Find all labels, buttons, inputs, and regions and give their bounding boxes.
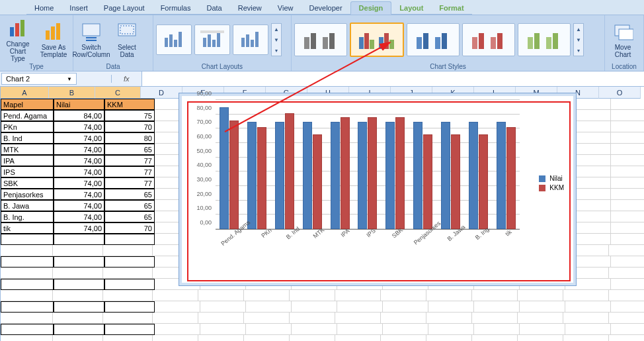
col-header-b[interactable]: B bbox=[49, 87, 95, 99]
cell[interactable] bbox=[381, 335, 426, 341]
cell[interactable] bbox=[1, 234, 54, 245]
cell[interactable] bbox=[611, 132, 644, 144]
cell[interactable] bbox=[337, 301, 383, 313]
cell[interactable]: 74,00 bbox=[54, 211, 104, 222]
cell[interactable]: Mapel bbox=[1, 99, 54, 110]
chart-style-1[interactable] bbox=[294, 23, 347, 56]
tab-data[interactable]: Data bbox=[198, 2, 229, 15]
cell[interactable]: 77 bbox=[104, 177, 155, 189]
cell[interactable] bbox=[474, 301, 520, 313]
cell[interactable] bbox=[246, 301, 292, 313]
cell[interactable]: 77 bbox=[104, 166, 155, 177]
cell[interactable] bbox=[1, 290, 53, 301]
move-chart-button[interactable]: Move Chart bbox=[608, 21, 638, 58]
cell[interactable] bbox=[383, 301, 428, 313]
cell[interactable] bbox=[611, 166, 644, 177]
cell[interactable] bbox=[611, 144, 644, 155]
cell[interactable] bbox=[611, 279, 644, 290]
cell[interactable] bbox=[1, 313, 53, 324]
formula-input[interactable] bbox=[141, 72, 644, 86]
col-header-a[interactable]: A bbox=[1, 87, 49, 99]
cell[interactable] bbox=[520, 324, 565, 335]
chart-style-5[interactable] bbox=[518, 23, 571, 56]
cell[interactable] bbox=[53, 335, 103, 341]
cell[interactable] bbox=[53, 268, 103, 279]
tab-layout[interactable]: Layout bbox=[391, 2, 431, 15]
cell[interactable] bbox=[426, 290, 472, 301]
cell[interactable] bbox=[53, 313, 103, 324]
cell[interactable] bbox=[103, 313, 153, 324]
cell[interactable] bbox=[104, 256, 155, 268]
chart-layout-1[interactable] bbox=[156, 24, 192, 55]
cell[interactable]: 65 bbox=[104, 211, 155, 222]
cell[interactable]: 84,00 bbox=[54, 110, 104, 121]
tab-developer[interactable]: Developer bbox=[301, 2, 350, 15]
tab-design[interactable]: Design bbox=[350, 1, 392, 15]
cell[interactable] bbox=[611, 189, 644, 200]
fx-icon[interactable]: fx bbox=[111, 75, 141, 83]
cell[interactable]: 77 bbox=[104, 155, 155, 166]
cell[interactable] bbox=[611, 200, 644, 211]
cell[interactable]: 65 bbox=[104, 200, 155, 211]
cell[interactable] bbox=[104, 301, 155, 313]
cell[interactable] bbox=[563, 335, 609, 341]
tab-formulas[interactable]: Formulas bbox=[153, 2, 199, 15]
cell[interactable] bbox=[54, 234, 104, 245]
cell[interactable]: Penjasorkes bbox=[1, 189, 54, 200]
save-as-template-button[interactable]: Save As Template bbox=[38, 21, 69, 58]
cell[interactable] bbox=[609, 335, 644, 341]
cell[interactable] bbox=[104, 279, 155, 290]
tab-view[interactable]: View bbox=[270, 2, 302, 15]
cell[interactable]: B. Jawa bbox=[1, 200, 54, 211]
cell[interactable] bbox=[198, 290, 244, 301]
name-box[interactable]: Chart 2 ▼ bbox=[1, 73, 77, 85]
cell[interactable] bbox=[565, 324, 611, 335]
cell[interactable] bbox=[244, 290, 290, 301]
cell[interactable] bbox=[426, 335, 472, 341]
cell[interactable]: 70 bbox=[104, 222, 155, 234]
tab-review[interactable]: Review bbox=[230, 2, 270, 15]
cell[interactable] bbox=[474, 324, 520, 335]
cell[interactable] bbox=[246, 324, 292, 335]
cell[interactable] bbox=[153, 290, 198, 301]
cell[interactable] bbox=[609, 313, 644, 324]
cell[interactable] bbox=[292, 301, 337, 313]
cell[interactable]: 74,00 bbox=[54, 189, 104, 200]
cell[interactable]: 70 bbox=[104, 121, 155, 132]
tab-home[interactable]: Home bbox=[26, 2, 61, 15]
cell[interactable]: SBK bbox=[1, 177, 54, 189]
cell[interactable] bbox=[563, 313, 609, 324]
col-header-o[interactable]: O bbox=[599, 87, 641, 99]
cell[interactable] bbox=[518, 290, 563, 301]
cell[interactable] bbox=[54, 256, 104, 268]
cell[interactable] bbox=[609, 290, 644, 301]
cell[interactable] bbox=[611, 110, 644, 121]
cell[interactable] bbox=[518, 335, 563, 341]
chart-layout-3[interactable] bbox=[233, 24, 268, 55]
cell[interactable]: PKn bbox=[1, 121, 54, 132]
select-data-button[interactable]: Select Data bbox=[112, 21, 142, 58]
cell[interactable] bbox=[472, 313, 518, 324]
cell[interactable]: 75 bbox=[104, 110, 155, 121]
cell[interactable] bbox=[611, 177, 644, 189]
cell[interactable] bbox=[565, 301, 611, 313]
cell[interactable]: MTK bbox=[1, 144, 54, 155]
chart-styles-more[interactable]: ▲▼▾ bbox=[573, 23, 584, 56]
cell[interactable] bbox=[611, 99, 644, 110]
cell[interactable] bbox=[426, 313, 472, 324]
cell[interactable] bbox=[103, 245, 153, 256]
cell[interactable] bbox=[200, 324, 246, 335]
cell[interactable]: 65 bbox=[104, 144, 155, 155]
cell[interactable] bbox=[155, 301, 200, 313]
cell[interactable]: 74,00 bbox=[54, 222, 104, 234]
cell[interactable] bbox=[472, 290, 518, 301]
change-chart-type-button[interactable]: Change Chart Type bbox=[3, 18, 33, 62]
cell[interactable] bbox=[153, 313, 198, 324]
cell[interactable] bbox=[335, 335, 381, 341]
cell[interactable] bbox=[563, 290, 609, 301]
cell[interactable]: 65 bbox=[104, 189, 155, 200]
cell[interactable] bbox=[198, 335, 244, 341]
cell[interactable] bbox=[104, 324, 155, 335]
cell[interactable] bbox=[1, 301, 54, 313]
cell[interactable] bbox=[103, 335, 153, 341]
